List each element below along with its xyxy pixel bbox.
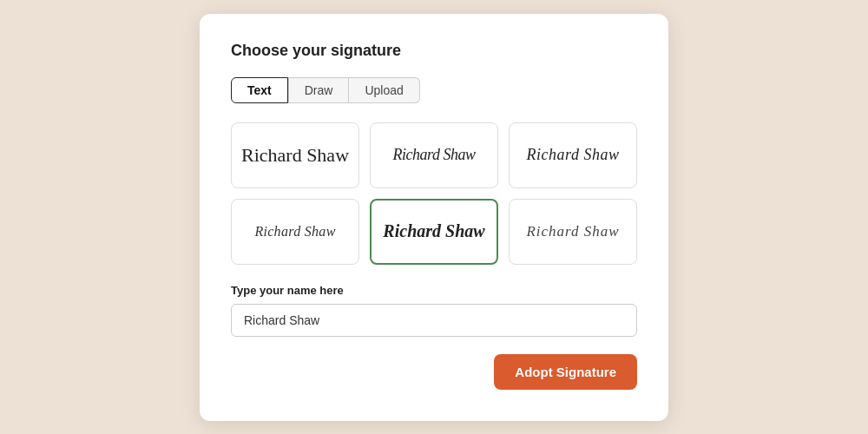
tab-group: Text Draw Upload xyxy=(231,77,637,103)
tab-text[interactable]: Text xyxy=(231,77,288,103)
signature-option-4[interactable]: Richard Shaw xyxy=(231,199,359,265)
tab-upload[interactable]: Upload xyxy=(349,77,419,103)
signature-option-1[interactable]: Richard Shaw xyxy=(231,122,359,188)
signature-text-2: Richard Shaw xyxy=(393,146,476,164)
signature-text-3: Richard Shaw xyxy=(527,146,620,164)
input-label: Type your name here xyxy=(231,284,637,297)
signature-modal: Choose your signature Text Draw Upload R… xyxy=(200,14,668,421)
signature-option-3[interactable]: Richard Shaw xyxy=(509,122,637,188)
signature-text-5: Richard Shaw xyxy=(383,221,484,241)
adopt-signature-button[interactable]: Adopt Signature xyxy=(494,354,637,390)
signature-grid: Richard Shaw Richard Shaw Richard Shaw R… xyxy=(231,122,637,265)
signature-option-6[interactable]: Richard Shaw xyxy=(509,199,637,265)
signature-text-4: Richard Shaw xyxy=(254,224,335,240)
signature-option-2[interactable]: Richard Shaw xyxy=(370,122,498,188)
signature-text-6: Richard Shaw xyxy=(526,223,619,240)
tab-draw[interactable]: Draw xyxy=(288,77,350,103)
modal-footer: Adopt Signature xyxy=(231,354,637,390)
signature-text-1: Richard Shaw xyxy=(241,144,349,167)
modal-title: Choose your signature xyxy=(231,42,637,60)
name-input[interactable] xyxy=(231,304,637,337)
signature-option-5[interactable]: Richard Shaw xyxy=(370,199,498,265)
